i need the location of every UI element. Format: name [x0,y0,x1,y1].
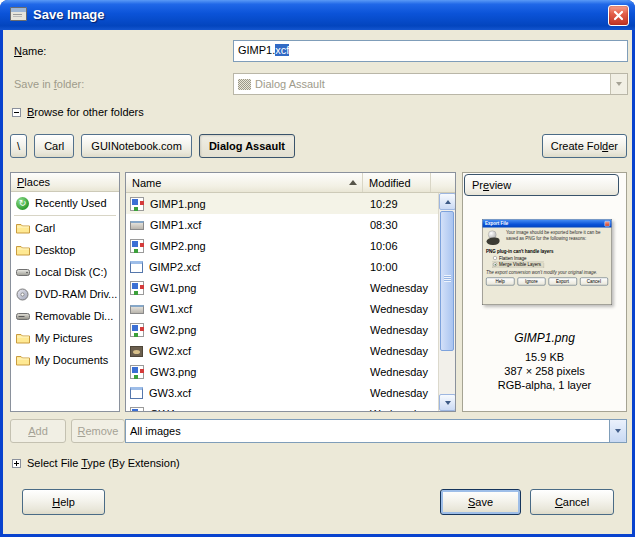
save-in-folder-combobox: Dialog Assault [233,73,628,95]
preview-dimensions: 387 × 258 pixels [463,365,626,377]
help-button[interactable]: Help [22,489,105,515]
folder-icon [15,353,30,367]
titlebar[interactable]: Save Image [0,0,635,30]
xcf-thumbnail-icon [130,221,144,230]
file-row[interactable]: GW1.xcf Wednesday [126,298,455,319]
removable-drive-icon [15,309,30,323]
scroll-down-button[interactable] [439,394,455,411]
path-button-guinotebook[interactable]: GUINotebook.com [81,134,191,158]
places-panel: Places ↻ Recently Used Carl Desktop Loca… [10,172,120,412]
radio-icon [493,256,497,260]
chevron-down-icon [445,401,451,405]
place-item-my-pictures[interactable]: My Pictures [11,327,119,349]
remove-button: Remove [71,419,125,443]
xcf-thumbnail-icon [130,305,144,314]
path-button-carl[interactable]: Carl [34,134,74,158]
mini-dialog-message: Your image should be exported before it … [506,230,608,247]
file-rows: GIMP1.png 10:29 GIMP1.xcf 08:30 GIMP2.pn… [126,193,455,411]
window-title: Save Image [33,7,105,22]
preview-color-info: RGB-alpha, 1 layer [463,379,626,391]
browse-other-folders-expander[interactable]: Browse for other folders [12,106,144,118]
combobox-dropdown-button [610,74,627,94]
chevron-down-icon [616,82,622,86]
preview-panel: Preview Export File Your image should be… [462,172,627,412]
file-row[interactable]: GW2.png Wednesday [126,319,455,340]
place-item-local-disk[interactable]: Local Disk (C:) [11,261,119,283]
file-filter-combobox[interactable]: All images [125,419,627,443]
places-header[interactable]: Places [11,173,119,192]
png-image-icon [130,239,144,253]
place-item-removable-disk[interactable]: Removable Di... [11,305,119,327]
create-folder-button[interactable]: Create Folder [542,134,627,158]
mini-dialog-note: The export conversion won't modify your … [486,270,608,275]
sort-ascending-icon [349,180,357,185]
save-image-dialog: Save Image Name: GIMP1.xcf Save in folde… [0,0,635,537]
preview-thumbnail: Export File Your image should be exporte… [482,219,612,305]
file-filter-value: All images [130,425,181,437]
mini-dialog-warning: PNG plug-in can't handle layers [486,249,608,254]
cancel-button[interactable]: Cancel [530,489,614,515]
file-row[interactable]: GIMP1.png 10:29 [126,193,455,214]
expand-expander-icon [12,459,21,468]
column-header-name[interactable]: Name [126,173,363,192]
place-item-carl[interactable]: Carl [11,217,119,239]
close-button[interactable] [608,5,629,26]
chevron-up-icon [445,200,451,204]
file-row[interactable]: GIMP2.png 10:06 [126,235,455,256]
file-list-panel: Name Modified GIMP1.png 10:29 GIMP1.xcf … [125,172,456,412]
mini-dialog-title: Export File [485,221,508,226]
filename-input[interactable]: GIMP1.xcf [233,40,628,62]
folder-icon [15,221,30,235]
mini-ignore-button: Ignore [517,278,545,286]
save-in-folder-label: Save in folder: [14,78,84,90]
select-file-type-expander[interactable]: Select File Type (By Extension) [12,457,180,469]
path-button-dialog-assault[interactable]: Dialog Assault [199,134,295,158]
add-button: Add [10,419,66,443]
folder-icon [15,331,30,345]
close-icon [613,10,624,21]
radio-selected-icon [493,263,497,267]
file-row[interactable]: GIMP1.xcf 08:30 [126,214,455,235]
select-file-type-label: Select File Type (By Extension) [27,457,180,469]
scrollbar-thumb[interactable] [440,211,454,351]
column-header-modified[interactable]: Modified [363,173,431,192]
save-button[interactable]: Save [440,489,521,515]
xcf-thumbnail-icon [130,387,143,399]
file-row[interactable]: GW1.png Wednesday [126,277,455,298]
vertical-scrollbar[interactable] [438,193,455,411]
png-image-icon [130,281,144,295]
place-item-dvd-ram-drive[interactable]: DVD-RAM Driv... [11,283,119,305]
optical-drive-icon [15,287,30,301]
export-file-dialog-thumbnail: Export File Your image should be exporte… [482,219,612,305]
hard-drive-icon [15,265,30,279]
combobox-dropdown-button[interactable] [609,420,626,442]
place-item-desktop[interactable]: Desktop [11,239,119,261]
file-row[interactable]: GW2.xcf Wednesday [126,340,455,361]
xcf-thumbnail-icon [130,261,143,273]
place-item-recently-used[interactable]: ↻ Recently Used [11,192,119,214]
xcf-thumbnail-icon [130,346,143,357]
preview-filesize: 15.9 KB [463,351,626,363]
mini-cancel-button: Cancel [580,278,608,286]
scroll-up-button[interactable] [439,193,455,210]
wilber-icon [486,230,503,247]
browse-other-folders-label: Browse for other folders [27,106,144,118]
file-row[interactable]: GW4.png Wednesday [126,403,455,411]
filename-text: GIMP1. [238,44,275,56]
file-row[interactable]: GW3.png Wednesday [126,361,455,382]
place-item-my-documents[interactable]: My Documents [11,349,119,371]
preview-toggle-button[interactable]: Preview [464,174,619,196]
file-list-header: Name Modified [126,173,455,193]
chevron-down-icon [615,429,621,433]
collapse-expander-icon [12,108,21,117]
file-row[interactable]: GIMP2.xcf 10:00 [126,256,455,277]
filename-selected-text: xcf [275,44,289,56]
recently-used-icon: ↻ [15,196,30,210]
file-row[interactable]: GW3.xcf Wednesday [126,382,455,403]
save-in-folder-value: Dialog Assault [255,78,325,90]
mini-radio-flatten: Flatten Image [493,256,608,261]
png-image-icon [130,407,144,412]
window-icon [10,7,27,21]
path-button-root[interactable]: \ [10,134,27,158]
folder-icon [238,79,251,90]
